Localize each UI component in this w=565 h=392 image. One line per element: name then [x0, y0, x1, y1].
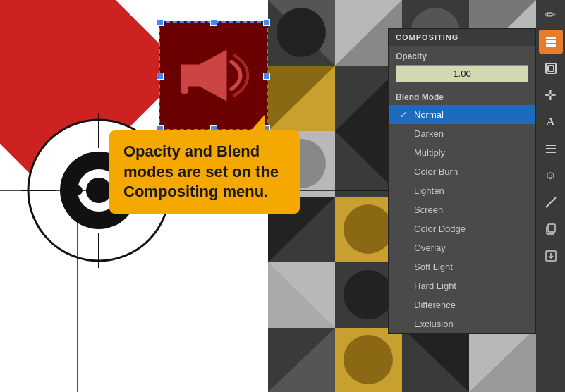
blend-item-label: Overlay: [414, 243, 446, 253]
blend-item-label: Color Burn: [414, 166, 458, 177]
list-tool[interactable]: [539, 137, 563, 161]
blend-item-label: Hard Light: [414, 281, 456, 291]
blend-mode-dropdown: ✓NormalDarkenMultiplyColor BurnLightenSc…: [389, 105, 535, 333]
blend-item-multiply[interactable]: Multiply: [389, 143, 535, 162]
text-tool[interactable]: A: [539, 110, 563, 134]
svg-marker-60: [181, 50, 227, 102]
blend-item-screen[interactable]: Screen: [389, 200, 535, 219]
blend-item-label: Normal: [414, 109, 444, 120]
blend-item-soft-light[interactable]: Soft Light: [389, 257, 535, 276]
svg-rect-72: [548, 224, 555, 232]
blend-item-label: Screen: [414, 204, 443, 215]
svg-point-52: [86, 178, 111, 203]
copy-tool[interactable]: [539, 217, 563, 241]
move-tool[interactable]: ✛: [539, 83, 563, 107]
svg-rect-66: [548, 66, 554, 71]
blend-item-color-burn[interactable]: Color Burn: [389, 162, 535, 181]
megaphone-icon: [167, 30, 259, 121]
svg-rect-69: [546, 152, 556, 153]
blend-item-label: Soft Light: [414, 262, 453, 272]
handle-tm[interactable]: [210, 19, 217, 26]
svg-point-28: [344, 204, 393, 254]
opacity-input[interactable]: [396, 65, 528, 82]
compositing-panel: COMPOSITING Opacity Blend Mode ✓NormalDa…: [388, 28, 536, 334]
blend-mode-label: Blend Mode: [389, 88, 535, 105]
blend-item-normal[interactable]: ✓Normal: [389, 105, 535, 124]
svg-point-36: [344, 270, 393, 319]
blend-item-label: Difference: [414, 300, 456, 310]
export-tool[interactable]: [539, 244, 563, 268]
pencil-tool[interactable]: ✏: [539, 3, 563, 27]
svg-rect-68: [546, 148, 556, 149]
svg-line-70: [546, 197, 556, 207]
tooltip-text: Opacity and Blend modes are set on the C…: [123, 142, 279, 200]
blend-item-exclusion[interactable]: Exclusion: [389, 314, 535, 333]
right-toolbar: ✏ ✛ A ☺: [536, 0, 565, 392]
svg-rect-64: [546, 44, 556, 47]
layers-tool[interactable]: [539, 30, 563, 54]
blend-item-label: Darken: [414, 128, 444, 139]
svg-rect-61: [181, 75, 188, 94]
handle-mr[interactable]: [263, 73, 270, 80]
svg-rect-62: [546, 37, 556, 39]
blend-item-hard-light[interactable]: Hard Light: [389, 276, 535, 295]
checkmark-icon: ✓: [400, 110, 410, 120]
blend-item-label: Lighten: [414, 185, 444, 196]
blend-item-lighten[interactable]: Lighten: [389, 181, 535, 200]
line-tool[interactable]: [539, 190, 563, 214]
blend-item-color-dodge[interactable]: Color Dodge: [389, 219, 535, 238]
handle-tr[interactable]: [263, 19, 270, 26]
opacity-label: Opacity: [396, 51, 528, 61]
handle-tl[interactable]: [157, 19, 164, 26]
handle-ml[interactable]: [157, 73, 164, 80]
svg-point-2: [277, 8, 326, 57]
blend-item-label: Exclusion: [414, 319, 454, 329]
panel-title: COMPOSITING: [389, 29, 535, 46]
opacity-section: Opacity: [389, 46, 535, 88]
mask-tool[interactable]: ☺: [539, 164, 563, 188]
blend-item-label: Color Dodge: [414, 223, 466, 234]
frame-tool[interactable]: [539, 56, 563, 80]
blend-item-overlay[interactable]: Overlay: [389, 238, 535, 257]
svg-rect-63: [546, 40, 556, 43]
svg-point-44: [344, 335, 393, 384]
blend-item-difference[interactable]: Difference: [389, 295, 535, 314]
selected-object[interactable]: [159, 21, 268, 130]
tooltip-bubble: Opacity and Blend modes are set on the C…: [109, 130, 300, 214]
svg-rect-67: [546, 145, 556, 146]
blend-item-label: Multiply: [414, 147, 445, 158]
blend-item-darken[interactable]: Darken: [389, 124, 535, 143]
